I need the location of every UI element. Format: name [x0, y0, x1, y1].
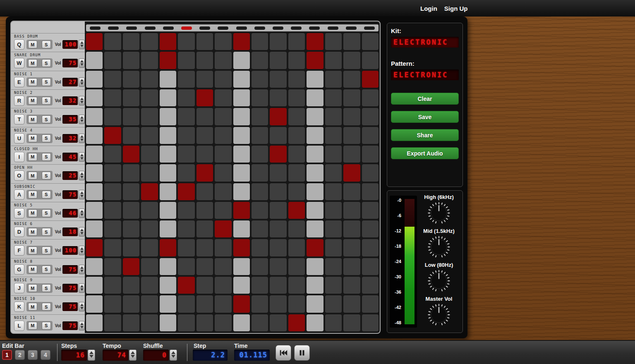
edit-bar-button-1[interactable]: 1	[2, 350, 12, 360]
volume-stepper[interactable]	[79, 190, 85, 199]
mute-button[interactable]: M	[28, 247, 37, 254]
step-cell[interactable]	[104, 314, 121, 331]
step-cell[interactable]	[160, 277, 176, 294]
step-cell[interactable]	[215, 239, 231, 256]
step-cell[interactable]	[86, 33, 103, 50]
volume-stepper[interactable]	[79, 246, 85, 255]
step-cell[interactable]	[270, 183, 286, 200]
step-cell[interactable]	[325, 108, 342, 125]
step-cell[interactable]	[325, 314, 342, 331]
step-cell[interactable]	[178, 220, 194, 237]
step-cell[interactable]	[178, 202, 194, 219]
key-button[interactable]: W	[14, 58, 24, 68]
step-cell[interactable]	[141, 71, 158, 88]
step-cell[interactable]	[178, 108, 194, 125]
step-cell[interactable]	[196, 183, 213, 200]
step-cell[interactable]	[104, 127, 121, 144]
step-cell[interactable]	[307, 71, 323, 88]
step-cell[interactable]	[270, 71, 286, 88]
key-button[interactable]: L	[14, 321, 24, 331]
solo-button[interactable]: S	[42, 59, 51, 67]
step-cell[interactable]	[252, 239, 268, 256]
step-cell[interactable]	[307, 108, 323, 125]
step-cell[interactable]	[252, 295, 268, 312]
step-cell[interactable]	[362, 89, 379, 106]
step-cell[interactable]	[307, 258, 323, 275]
step-cell[interactable]	[288, 127, 305, 144]
step-cell[interactable]	[270, 52, 286, 69]
step-cell[interactable]	[252, 89, 268, 106]
key-button[interactable]: F	[14, 245, 24, 256]
step-cell[interactable]	[362, 127, 379, 144]
volume-stepper[interactable]	[79, 115, 85, 124]
mute-button[interactable]: M	[28, 59, 37, 67]
step-cell[interactable]	[307, 314, 323, 331]
solo-button[interactable]: S	[42, 284, 51, 292]
step-cell[interactable]	[343, 127, 360, 144]
step-cell[interactable]	[343, 164, 360, 181]
solo-button[interactable]: S	[42, 247, 51, 254]
step-cell[interactable]	[123, 146, 139, 163]
step-cell[interactable]	[123, 89, 139, 106]
step-cell[interactable]	[160, 89, 176, 106]
step-cell[interactable]	[104, 183, 121, 200]
mute-button[interactable]: M	[28, 134, 37, 142]
step-cell[interactable]	[215, 108, 231, 125]
step-cell[interactable]	[123, 52, 139, 69]
key-button[interactable]: J	[14, 283, 24, 293]
step-cell[interactable]	[178, 183, 194, 200]
key-button[interactable]: O	[14, 170, 24, 181]
step-cell[interactable]	[252, 277, 268, 294]
step-cell[interactable]	[362, 314, 379, 331]
step-cell[interactable]	[288, 277, 305, 294]
step-cell[interactable]	[343, 295, 360, 312]
step-cell[interactable]	[123, 202, 139, 219]
step-cell[interactable]	[104, 89, 121, 106]
step-cell[interactable]	[325, 164, 342, 181]
solo-button[interactable]: S	[42, 266, 51, 273]
step-cell[interactable]	[270, 146, 286, 163]
step-cell[interactable]	[343, 146, 360, 163]
step-cell[interactable]	[288, 164, 305, 181]
step-cell[interactable]	[343, 239, 360, 256]
step-cell[interactable]	[178, 314, 194, 331]
step-cell[interactable]	[123, 108, 139, 125]
mute-button[interactable]: M	[28, 209, 37, 217]
step-cell[interactable]	[178, 71, 194, 88]
step-cell[interactable]	[196, 108, 213, 125]
step-cell[interactable]	[86, 89, 103, 106]
step-cell[interactable]	[233, 89, 250, 106]
mute-button[interactable]: M	[28, 41, 37, 48]
step-cell[interactable]	[160, 183, 176, 200]
step-cell[interactable]	[288, 108, 305, 125]
step-cell[interactable]	[252, 71, 268, 88]
step-cell[interactable]	[362, 258, 379, 275]
step-cell[interactable]	[362, 220, 379, 237]
step-cell[interactable]	[307, 277, 323, 294]
step-cell[interactable]	[215, 146, 231, 163]
step-cell[interactable]	[325, 89, 342, 106]
step-cell[interactable]	[233, 108, 250, 125]
mute-button[interactable]: M	[28, 115, 37, 123]
step-cell[interactable]	[325, 295, 342, 312]
step-cell[interactable]	[215, 183, 231, 200]
step-cell[interactable]	[160, 71, 176, 88]
step-cell[interactable]	[215, 33, 231, 50]
step-cell[interactable]	[307, 202, 323, 219]
step-cell[interactable]	[104, 202, 121, 219]
step-cell[interactable]	[141, 108, 158, 125]
mute-button[interactable]: M	[28, 228, 37, 236]
step-cell[interactable]	[178, 52, 194, 69]
step-cell[interactable]	[160, 164, 176, 181]
step-cell[interactable]	[233, 202, 250, 219]
step-cell[interactable]	[196, 258, 213, 275]
step-cell[interactable]	[252, 164, 268, 181]
step-cell[interactable]	[123, 183, 139, 200]
step-cell[interactable]	[104, 71, 121, 88]
volume-stepper[interactable]	[79, 40, 85, 49]
rewind-button[interactable]	[276, 345, 291, 361]
step-cell[interactable]	[325, 202, 342, 219]
step-cell[interactable]	[270, 89, 286, 106]
steps-stepper[interactable]	[88, 350, 95, 361]
step-cell[interactable]	[325, 277, 342, 294]
